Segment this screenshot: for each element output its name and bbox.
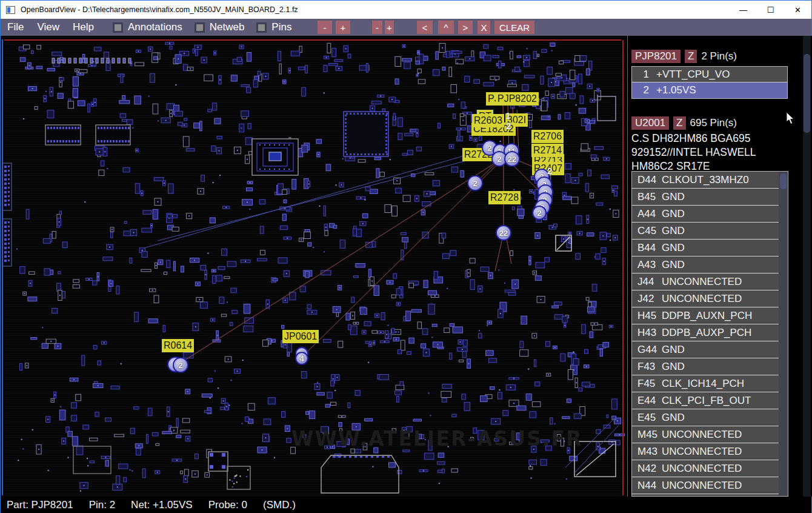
- pin-net-row[interactable]: M43UNCONNECTED: [632, 443, 779, 460]
- pin-marker-2[interactable]: 2: [173, 357, 188, 373]
- pin-net-row[interactable]: N42UNCONNECTED: [632, 460, 779, 477]
- pin-number: E45: [637, 412, 662, 424]
- part-header-pjp8201: PJP8201 Z 2 Pin(s): [631, 50, 737, 63]
- pin-number: J44: [637, 276, 662, 288]
- toggle-annotations[interactable]: Annotations: [113, 21, 182, 33]
- pin-net-row[interactable]: F45CLK_ICH14_PCH: [632, 375, 779, 392]
- pin-number: A43: [637, 259, 662, 271]
- pin-table-scrollbar[interactable]: [779, 172, 788, 496]
- pin-net-row[interactable]: A44GND: [632, 206, 779, 223]
- net-name: UNCONNECTED: [662, 276, 742, 288]
- pin-number-overlay: 2: [547, 166, 552, 176]
- pin-net-row[interactable]: E45GND: [632, 409, 779, 426]
- pin-net-row[interactable]: H45DDPB_AUXN_PCH: [632, 307, 779, 324]
- pin-table-scroll-thumb[interactable]: [780, 173, 787, 189]
- pin-number: J42: [637, 293, 662, 305]
- net-name: CLK_ICH14_PCH: [662, 378, 744, 390]
- pin-number: H43: [637, 327, 662, 339]
- board-view[interactable]: WWW.ATELIER-ASUS.FR PJPJP8202RT302ICE182…: [1, 36, 627, 497]
- net-name: CLKOUT_33MHZ0: [662, 174, 749, 186]
- pin-marker-22[interactable]: 22: [504, 151, 520, 167]
- pin-marker-4[interactable]: 4: [295, 352, 308, 365]
- net-name: UNCONNECTED: [662, 429, 742, 441]
- pin-net-row[interactable]: M45UNCONNECTED: [632, 426, 779, 443]
- pin-net-row[interactable]: H43DDPB_AUXP_PCH: [632, 324, 779, 341]
- net-name: UNCONNECTED: [662, 463, 742, 475]
- pin-marker-22[interactable]: 22: [496, 225, 511, 241]
- pin-number: B45: [637, 191, 662, 203]
- board-label-jp0601[interactable]: JP0601: [282, 330, 319, 343]
- menu-button-tool-0[interactable]: -: [318, 21, 332, 34]
- board-label-r2603[interactable]: R2603: [472, 114, 504, 127]
- toggle-netweb[interactable]: Netweb: [195, 21, 245, 33]
- checkbox-pins[interactable]: [256, 22, 267, 33]
- net-name: UNCONNECTED: [662, 480, 742, 492]
- part-description: C.S DH82HM86 BGA695929152//INTEL HASWELL…: [631, 132, 756, 173]
- menu-button-tool-5[interactable]: ^: [438, 21, 454, 34]
- net-name: CLK_PCI_FB_OUT: [662, 395, 751, 407]
- pin-number: G44: [637, 344, 662, 356]
- menu-button-tool-3[interactable]: +: [385, 21, 394, 34]
- menu-help[interactable]: Help: [66, 19, 101, 36]
- toggle-pins[interactable]: Pins: [256, 21, 291, 33]
- pin-number: N42: [637, 463, 662, 475]
- menu-button-clear[interactable]: CLEAR: [494, 21, 534, 34]
- zoom-to-part-button[interactable]: Z: [685, 50, 697, 63]
- pin-net-row[interactable]: C45GND: [632, 223, 779, 240]
- part1-pin-table: 1+VTT_CPU_VO2+1.05VS: [631, 66, 788, 99]
- menu-bar: FileViewHelpAnnotationsNetwebPins-+-+<^>…: [1, 19, 811, 36]
- net-name: GND: [662, 259, 685, 271]
- board-watermark: WWW.ATELIER-ASUS.FR: [291, 427, 582, 451]
- sidebar-scroll-thumb[interactable]: [804, 54, 810, 133]
- menu-button-tool-2[interactable]: -: [372, 21, 382, 34]
- net-name: +1.05VS: [656, 84, 696, 96]
- net-name: GND: [662, 225, 685, 237]
- pin-net-row[interactable]: G44GND: [632, 341, 779, 358]
- board-label-pjp8202[interactable]: PJP8202: [496, 92, 539, 106]
- menu-file[interactable]: File: [1, 19, 30, 36]
- checkbox-netweb[interactable]: [195, 22, 205, 33]
- netweb-label: Netweb: [210, 21, 245, 33]
- pin-net-row[interactable]: D44CLKOUT_33MHZ0: [632, 172, 779, 189]
- menu-view[interactable]: View: [30, 19, 66, 36]
- sidebar-divider: [627, 36, 628, 497]
- pin-marker-2[interactable]: 2: [467, 175, 483, 191]
- board-label-r2706[interactable]: R2706: [531, 130, 564, 143]
- window-title: OpenBoardView - D:\Telechargements\vinaf…: [21, 5, 298, 14]
- minimize-button[interactable]: —: [730, 1, 757, 19]
- menu-button-tool-4[interactable]: <: [417, 21, 433, 34]
- net-name: GND: [662, 242, 685, 254]
- sidebar-scrollbar[interactable]: [803, 36, 811, 497]
- net-name: +VTT_CPU_VO: [656, 69, 730, 81]
- pin-net-row[interactable]: J42UNCONNECTED: [632, 290, 779, 307]
- net-row[interactable]: 1+VTT_CPU_VO: [632, 67, 787, 82]
- close-button[interactable]: ✕: [784, 1, 811, 19]
- pin-net-row[interactable]: E44CLK_PCI_FB_OUT: [632, 392, 779, 409]
- pin-net-row[interactable]: B44GND: [632, 240, 779, 256]
- pin-net-row[interactable]: A43GND: [632, 256, 779, 273]
- part-ref-badge[interactable]: U2001: [631, 116, 669, 130]
- menu-button-tool-6[interactable]: >: [458, 21, 473, 34]
- title-bar[interactable]: OpenBoardView - D:\Telechargements\vinaf…: [1, 1, 811, 19]
- menu-button-tool-1[interactable]: +: [336, 21, 350, 34]
- pin-net-row[interactable]: N44UNCONNECTED: [632, 477, 779, 494]
- pin-number: F43: [637, 361, 662, 373]
- board-label-r2714[interactable]: R2714: [531, 144, 564, 157]
- board-label-r2728[interactable]: R2728: [488, 191, 521, 204]
- board-label-r0614[interactable]: R0614: [162, 339, 194, 352]
- menu-button-tool-7[interactable]: X: [478, 21, 490, 34]
- annotations-label: Annotations: [128, 21, 182, 33]
- net-name: DDPB_AUXN_PCH: [662, 310, 752, 322]
- pin-net-row[interactable]: F43GND: [632, 358, 779, 375]
- maximize-button[interactable]: ☐: [757, 1, 784, 19]
- checkbox-annotations[interactable]: [113, 22, 123, 33]
- pin-net-row[interactable]: B45GND: [632, 189, 779, 206]
- status-segment-2: Net: +1.05VS: [131, 499, 193, 511]
- pin-marker-2[interactable]: 2: [532, 206, 547, 220]
- zoom-to-part-button[interactable]: Z: [673, 116, 685, 130]
- pin-net-row[interactable]: J44UNCONNECTED: [632, 273, 779, 290]
- net-row-selected[interactable]: 2+1.05VS: [632, 82, 787, 98]
- pins-label: Pins: [271, 21, 291, 33]
- pin-number: A44: [637, 208, 662, 220]
- part-ref-badge[interactable]: PJP8201: [631, 50, 681, 63]
